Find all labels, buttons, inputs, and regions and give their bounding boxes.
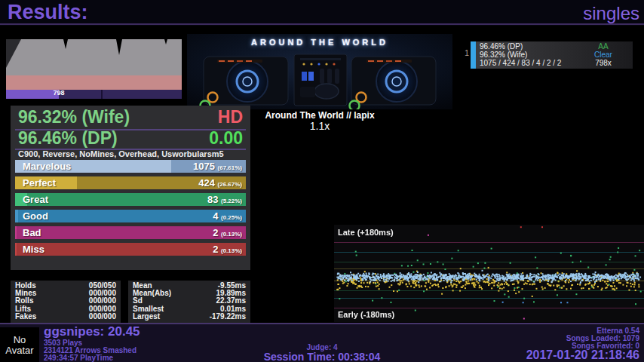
judgment-bar-great: Great83 (5.22%): [15, 193, 246, 206]
footer-bar: No Avatar ggsnipes: 20.45 3503 Plays 231…: [0, 323, 644, 362]
max-combo-label: 798x: [584, 59, 622, 68]
player-name-rating: ggsnipes: 20.45: [44, 324, 140, 339]
judgment-label: Perfect: [23, 177, 56, 189]
results-screen: Results: singles 798: [0, 0, 644, 362]
difficulty-label: HD: [218, 107, 243, 127]
judgment-bar-marvelous: Marvelous1075 (67.61%): [15, 160, 246, 173]
wife-percent: 96.32% (Wife): [18, 107, 130, 127]
dp-percent: 96.46% (DP): [18, 128, 118, 148]
row-label: Largest: [133, 313, 160, 321]
judgment-count: 2 (0.13%): [213, 227, 242, 238]
table-row: Largest-179.22ms: [133, 313, 246, 321]
judgment-count: 4 (0.25%): [213, 210, 242, 222]
banner-song-title: AROUND THE WORLD: [187, 38, 452, 47]
judgment-bar-good: Good4 (0.25%): [15, 210, 246, 222]
row-label: Fakes: [15, 313, 36, 321]
judgment-label: Bad: [23, 227, 41, 238]
late-axis-label: Late (+180ms): [338, 228, 394, 237]
header-divider: [0, 23, 644, 25]
holds-table: Holds050/050Mines000/000Rolls000/000Lift…: [11, 281, 121, 323]
scoreboard-entry[interactable]: 96.46% (DP) 96.32% (Wife) 1075 / 424 / 8…: [476, 41, 633, 69]
judgment-label: Great: [23, 194, 48, 205]
judgment-bar-perfect: Perfect424 (26.67%): [15, 176, 246, 189]
judgment-count: 2 (0.13%): [213, 244, 242, 255]
secondary-score-value: 0.00: [209, 128, 243, 149]
table-row: Fakes000/000: [15, 313, 116, 321]
judgment-count: 83 (5.22%): [207, 194, 242, 205]
judgment-label: Marvelous: [23, 161, 71, 172]
judgment-label: Good: [23, 210, 48, 222]
judgment-count: 1075 (67.61%): [193, 161, 242, 172]
scoreboard-judgments: 1075 / 424 / 83 / 4 / 2 / 2: [480, 59, 561, 68]
early-axis-label: Early (-180ms): [338, 310, 394, 319]
judgment-bar-miss: Miss2 (0.13%): [15, 243, 246, 256]
offset-plot: Late (+180ms) Early (-180ms): [334, 225, 644, 322]
score-panel: 96.32% (Wife) HD 96.46% (DP) 0.00 C900, …: [11, 106, 250, 270]
life-graph: [6, 38, 182, 99]
scoreboard-accent-bar: [471, 41, 476, 69]
header-bar: [0, 0, 644, 26]
timing-stats-table: Mean-9.55msMean(Abs)19.89msSd22.37msSmal…: [128, 281, 250, 323]
judgment-count: 424 (26.67%): [198, 177, 242, 189]
row-value: -179.22ms: [210, 313, 246, 321]
row-value: 000/000: [89, 313, 116, 321]
modifiers-line: C900, Reverse, NoMines, Overhead, Usworb…: [18, 149, 244, 158]
play-mode-label: singles: [583, 3, 639, 24]
judgment-bar-bad: Bad2 (0.13%): [15, 226, 246, 239]
combo-count-label: 798: [50, 89, 68, 97]
offset-plot-canvas: [334, 225, 644, 322]
datetime-label: 2017-01-20 21:18:46: [526, 348, 639, 362]
judgment-label: Miss: [23, 244, 44, 255]
page-title: Results:: [8, 1, 88, 24]
judgment-bar-list: Marvelous1075 (67.61%)Perfect424 (26.67%…: [15, 160, 246, 259]
